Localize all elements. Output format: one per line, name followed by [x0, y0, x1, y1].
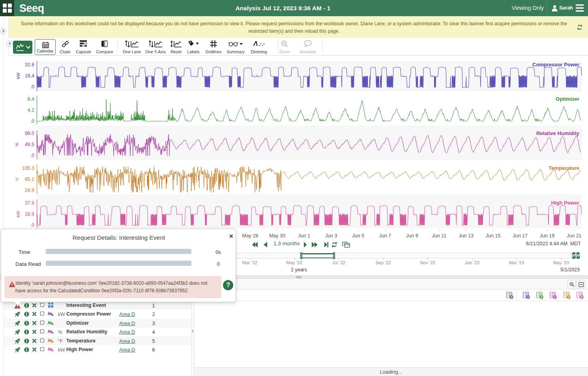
svg-text:Λ: Λ [253, 40, 258, 47]
